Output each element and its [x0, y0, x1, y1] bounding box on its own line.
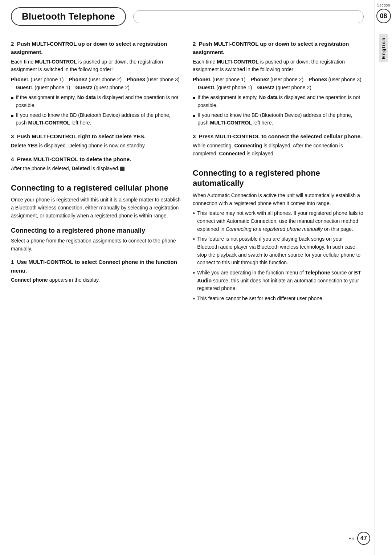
round-bullet-icon-3: •	[193, 268, 195, 278]
step-num-1: 1	[11, 259, 14, 265]
right-b1-bullet2: ■ If you need to know the BD (Bluetooth …	[193, 111, 364, 127]
title-box: Bluetooth Telephone	[11, 7, 126, 26]
round-bullet-icon-2: •	[193, 234, 195, 245]
right-tab: Section 08 English	[375, 0, 392, 555]
right-h2-title: Connecting to a registered phone automat…	[193, 168, 364, 189]
step-num-2b: 2	[193, 41, 196, 47]
left-b1-heading: 2 Push MULTI-CONTROL up or down to selec…	[11, 40, 182, 57]
left-h3-para: Select a phone from the registration ass…	[11, 237, 182, 253]
two-col-layout: 2 Push MULTI-CONTROL up or down to selec…	[11, 34, 364, 306]
left-h2-para: Once your phone is registered with this …	[11, 196, 182, 220]
page-header: Bluetooth Telephone	[11, 7, 364, 26]
left-b2-heading: 3 Push MULTI-CONTROL right to select Del…	[11, 132, 182, 140]
left-block1: 2 Push MULTI-CONTROL up or down to selec…	[11, 40, 182, 127]
right-h2-section: Connecting to a registered phone automat…	[193, 168, 364, 304]
round-bullet-icon-1: •	[193, 209, 195, 219]
stop-icon	[120, 167, 124, 171]
right-b2-heading: 3 Press MULTI-CONTROL to connect the sel…	[193, 132, 364, 140]
left-b1-para1: Each time MULTI-CONTROL is pushed up or …	[11, 58, 182, 74]
page-title: Bluetooth Telephone	[22, 11, 115, 22]
left-b1-phone-seq: Phone1 (user phone 1)—Phone2 (user phone…	[11, 76, 182, 91]
left-b1-bullet1: ■ If the assignment is empty, No data is…	[11, 94, 182, 109]
square-bullet-icon-1: ■	[11, 95, 13, 102]
square-bullet-icon-r1: ■	[193, 95, 195, 102]
left-step1-heading: 1 Use MULTI-CONTROL to select Connect ph…	[11, 258, 182, 275]
right-bullet3: • While you are operating in the functio…	[193, 269, 364, 293]
page-wrapper: Section 08 English Bluetooth Telephone 2…	[0, 0, 392, 555]
left-h2-section: Connecting to a registered cellular phon…	[11, 183, 182, 220]
section-number: 08	[376, 9, 391, 23]
col-right: 2 Push MULTI-CONTROL up or down to selec…	[193, 34, 364, 306]
right-b2-para: While connecting, Connecting is displaye…	[193, 142, 364, 158]
section-label: Section	[377, 3, 390, 7]
left-h3-title: Connecting to a registered phone manuall…	[11, 227, 182, 235]
right-bullet1: • This feature may not work with all pho…	[193, 209, 364, 233]
right-h2-para: When Automatic Connection is active the …	[193, 192, 364, 207]
right-b1-para1: Each time MULTI-CONTROL is pushed up or …	[193, 58, 364, 74]
left-h3-section: Connecting to a registered phone manuall…	[11, 227, 182, 253]
col-left: 2 Push MULTI-CONTROL up or down to selec…	[11, 34, 182, 306]
right-block1: 2 Push MULTI-CONTROL up or down to selec…	[193, 40, 364, 127]
left-b3-para: After the phone is deleted, Deleted is d…	[11, 165, 182, 173]
right-b1-heading: 2 Push MULTI-CONTROL up or down to selec…	[193, 40, 364, 57]
left-step1: 1 Use MULTI-CONTROL to select Connect ph…	[11, 258, 182, 284]
left-b1-bullet2: ■ If you need to know the BD (Bluetooth …	[11, 111, 182, 127]
step-num-3a: 3	[11, 133, 14, 139]
language-label: English	[379, 34, 388, 62]
step-num-4: 4	[11, 156, 14, 162]
left-h2-title: Connecting to a registered cellular phon…	[11, 183, 182, 193]
step-num-2a: 2	[11, 41, 14, 47]
page-footer: En 47	[348, 532, 370, 545]
left-b3-heading: 4 Press MULTI-CONTROL to delete the phon…	[11, 155, 182, 163]
header-oval	[133, 10, 364, 23]
main-content: Bluetooth Telephone 2 Push MULTI-CONTROL…	[0, 0, 375, 555]
right-b1-phone-seq: Phone1 (user phone 1)—Phone2 (user phone…	[193, 76, 364, 91]
footer-lang: En	[348, 536, 354, 541]
square-bullet-icon-2: ■	[11, 113, 13, 119]
left-b2-para: Delete YES is displayed. Deleting phone …	[11, 142, 182, 150]
step-num-3b: 3	[193, 133, 196, 139]
footer-page-number: 47	[357, 532, 370, 545]
right-block2: 3 Press MULTI-CONTROL to connect the sel…	[193, 132, 364, 158]
right-bullet2: • This feature is not possible if you ar…	[193, 235, 364, 267]
square-bullet-icon-r2: ■	[193, 113, 195, 119]
left-block2: 3 Push MULTI-CONTROL right to select Del…	[11, 132, 182, 150]
left-step1-para: Connect phone appears in the display.	[11, 276, 182, 284]
round-bullet-icon-4: •	[193, 294, 195, 304]
right-b1-bullet1: ■ If the assignment is empty, No data is…	[193, 94, 364, 109]
right-bullet4: • This feature cannot be set for each di…	[193, 295, 364, 304]
left-block3: 4 Press MULTI-CONTROL to delete the phon…	[11, 155, 182, 173]
